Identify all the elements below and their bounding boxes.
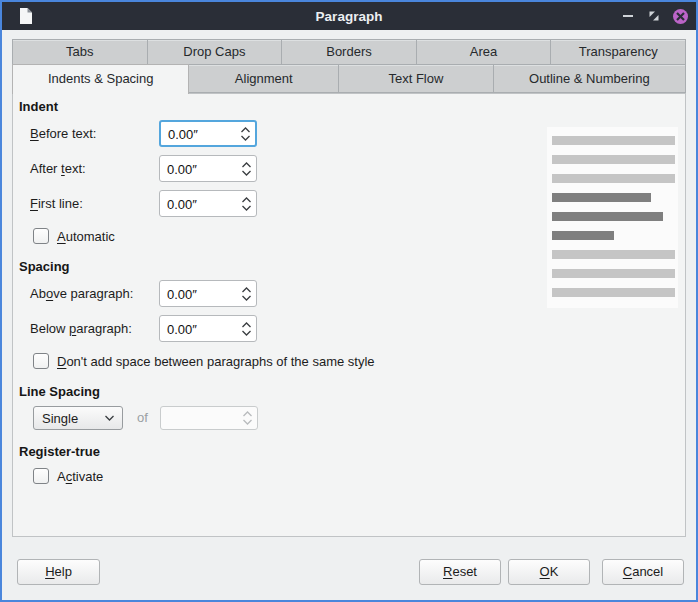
below-paragraph-spinbox[interactable]: 0.00″ — [159, 315, 257, 342]
tab-row-1: Tabs Drop Caps Borders Area Transparency — [12, 39, 686, 65]
tab-label: Text Flow — [388, 71, 443, 86]
automatic-label[interactable]: Automatic — [57, 229, 115, 244]
spin-down-icon[interactable] — [241, 204, 252, 211]
label-text: aragraph: — [76, 321, 132, 336]
label-text: ve paragraph: — [53, 286, 133, 301]
paragraph-dialog: Paragraph Tabs Drop Caps Borders Area Tr… — [0, 0, 698, 602]
tab-text-flow[interactable]: Text Flow — [338, 64, 494, 93]
label-text: tivate — [72, 469, 103, 484]
line-spacing-dropdown[interactable]: Single — [33, 406, 123, 430]
tab-drop-caps[interactable]: Drop Caps — [147, 39, 283, 65]
restore-button[interactable] — [646, 8, 662, 24]
before-text-spinbox[interactable]: 0.00″ — [159, 120, 257, 147]
tab-indents-and-spacing[interactable]: Indents & Spacing — [12, 64, 189, 94]
below-paragraph-row: Below paragraph: 0.00″ — [30, 315, 257, 342]
spin-down-icon[interactable] — [241, 169, 252, 176]
label-text: ext: — [65, 161, 86, 176]
tab-label: Borders — [326, 44, 372, 59]
line-spacing-selected-value: Single — [42, 411, 78, 426]
label-text: on't add space between paragraphs of the… — [66, 354, 374, 369]
before-text-row: Before text: 0.00″ — [30, 120, 257, 147]
activate-label[interactable]: Activate — [57, 469, 103, 484]
automatic-checkbox-row: Automatic — [33, 225, 115, 247]
minimize-button[interactable] — [620, 8, 636, 24]
above-paragraph-value: 0.00″ — [167, 286, 197, 301]
tab-borders[interactable]: Borders — [281, 39, 417, 65]
before-text-value: 0.00″ — [168, 126, 198, 141]
label-text: elp — [55, 564, 72, 579]
tab-label: Outline & Numbering — [529, 71, 650, 86]
above-paragraph-row: Above paragraph: 0.00″ — [30, 280, 257, 307]
no-space-same-style-label[interactable]: Don't add space between paragraphs of th… — [57, 354, 375, 369]
activate-checkbox-row: Activate — [33, 465, 103, 487]
preview-bar — [552, 212, 663, 221]
label-text: After — [30, 161, 61, 176]
label-text: utomatic — [66, 229, 115, 244]
no-space-same-style-row: Don't add space between paragraphs of th… — [33, 350, 375, 372]
restore-icon — [648, 10, 660, 22]
titlebar[interactable]: Paragraph — [2, 2, 696, 30]
of-label: of — [137, 410, 148, 425]
window-controls — [620, 2, 688, 30]
indent-section-heading: Indent — [19, 99, 58, 114]
spin-down-icon[interactable] — [240, 134, 251, 141]
label-text: K — [550, 564, 559, 579]
help-button[interactable]: Help — [17, 559, 100, 585]
tab-alignment[interactable]: Alignment — [188, 64, 339, 93]
label-accelerator: D — [57, 354, 66, 369]
no-space-same-style-checkbox[interactable] — [33, 353, 49, 369]
below-paragraph-value: 0.00″ — [167, 321, 197, 336]
paragraph-preview — [547, 127, 678, 308]
label-text: ancel — [632, 564, 663, 579]
ok-button[interactable]: OK — [508, 559, 590, 585]
tab-area[interactable]: Area — [416, 39, 552, 65]
before-text-label: Before text: — [30, 126, 159, 141]
after-text-value: 0.00″ — [167, 161, 197, 176]
preview-bar — [552, 288, 675, 297]
spin-up-icon[interactable] — [241, 196, 252, 203]
preview-bar — [552, 269, 675, 278]
indents-and-spacing-panel: Indent Before text: 0.00″ After text: 0.… — [12, 93, 686, 537]
close-button[interactable] — [672, 8, 688, 24]
tab-label: Indents & Spacing — [48, 71, 154, 86]
label-text: A — [57, 469, 66, 484]
preview-bar — [552, 231, 614, 240]
preview-bar — [552, 155, 675, 164]
window-title: Paragraph — [2, 9, 696, 24]
spin-down-icon[interactable] — [241, 294, 252, 301]
spacing-section-heading: Spacing — [19, 259, 70, 274]
spin-up-icon[interactable] — [241, 321, 252, 328]
tab-label: Area — [470, 44, 497, 59]
label-accelerator: B — [30, 126, 39, 141]
register-true-section-heading: Register-true — [19, 444, 100, 459]
reset-button[interactable]: Reset — [419, 559, 501, 585]
tab-row-2: Indents & Spacing Alignment Text Flow Ou… — [12, 65, 686, 93]
first-line-row: First line: 0.00″ — [30, 190, 257, 217]
label-accelerator: C — [623, 564, 632, 579]
cancel-button[interactable]: Cancel — [602, 559, 684, 585]
spin-up-icon[interactable] — [241, 161, 252, 168]
automatic-checkbox[interactable] — [33, 228, 49, 244]
above-paragraph-spinbox[interactable]: 0.00″ — [159, 280, 257, 307]
activate-checkbox[interactable] — [33, 468, 49, 484]
tab-label: Drop Caps — [183, 44, 245, 59]
tab-transparency[interactable]: Transparency — [550, 39, 686, 65]
tab-outline-and-numbering[interactable]: Outline & Numbering — [493, 64, 686, 93]
spin-up-icon[interactable] — [241, 286, 252, 293]
after-text-spinbox[interactable]: 0.00″ — [159, 155, 257, 182]
label-text: efore text: — [39, 126, 97, 141]
tab-tabs[interactable]: Tabs — [12, 39, 148, 65]
label-text: eset — [452, 564, 477, 579]
spin-up-icon — [242, 411, 253, 418]
minimize-icon — [623, 15, 633, 17]
spin-up-icon[interactable] — [240, 126, 251, 133]
first-line-spinbox[interactable]: 0.00″ — [159, 190, 257, 217]
after-text-row: After text: 0.00″ — [30, 155, 257, 182]
first-line-value: 0.00″ — [167, 196, 197, 211]
preview-bar — [552, 250, 675, 259]
close-icon — [673, 9, 688, 24]
first-line-label: First line: — [30, 196, 159, 211]
label-accelerator: R — [443, 564, 452, 579]
preview-bar — [552, 193, 651, 202]
spin-down-icon[interactable] — [241, 329, 252, 336]
